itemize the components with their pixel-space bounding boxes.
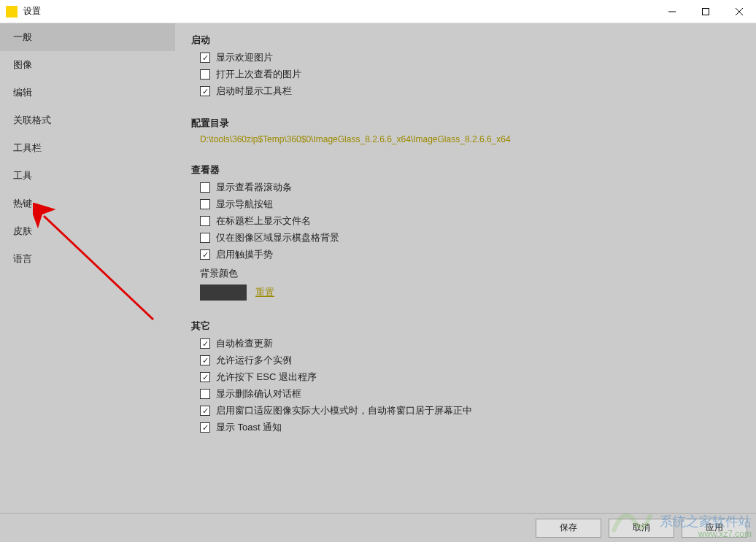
viewer-row-3: 仅在图像区域显示棋盘格背景 xyxy=(200,231,740,244)
startup-checkbox-2[interactable] xyxy=(200,86,210,96)
bg-color-swatch[interactable] xyxy=(200,284,247,301)
sidebar-item-1[interactable]: 图像 xyxy=(0,51,175,79)
viewer-checkbox-0[interactable] xyxy=(200,182,210,193)
group-configdir: 配置目录 D:\tools\360zip$Temp\360$0\ImageGla… xyxy=(191,117,740,144)
others-row-0: 自动检查更新 xyxy=(200,337,740,350)
startup-row-0: 显示欢迎图片 xyxy=(200,51,740,64)
sidebar-item-4[interactable]: 工具栏 xyxy=(0,134,175,162)
viewer-label-3: 仅在图像区域显示棋盘格背景 xyxy=(216,231,339,244)
sidebar: 一般图像编辑关联格式工具栏工具热键皮肤语言 xyxy=(0,23,175,513)
others-row-1: 允许运行多个实例 xyxy=(200,354,740,367)
others-label-4: 启用窗口适应图像实际大小模式时，自动将窗口居于屏幕正中 xyxy=(216,404,472,417)
window-title: 设置 xyxy=(23,5,655,18)
others-row-5: 显示 Toast 通知 xyxy=(200,421,740,434)
viewer-row-0: 显示查看器滚动条 xyxy=(200,181,740,194)
sidebar-item-7[interactable]: 皮肤 xyxy=(0,217,175,245)
others-checkbox-3[interactable] xyxy=(200,389,210,399)
bg-color-label: 背景颜色 xyxy=(200,267,740,280)
config-path[interactable]: D:\tools\360zip$Temp\360$0\ImageGlass_8.… xyxy=(200,134,740,144)
sidebar-item-2[interactable]: 编辑 xyxy=(0,79,175,107)
others-checkbox-4[interactable] xyxy=(200,406,210,416)
content-panel: 启动 显示欢迎图片打开上次查看的图片启动时显示工具栏 配置目录 D:\tools… xyxy=(175,23,756,513)
viewer-checkbox-3[interactable] xyxy=(200,233,210,243)
footer: 保存 取消 应用 xyxy=(0,513,756,542)
startup-row-1: 打开上次查看的图片 xyxy=(200,68,740,81)
maximize-button[interactable] xyxy=(689,0,722,23)
sidebar-item-3[interactable]: 关联格式 xyxy=(0,107,175,134)
group-title-others: 其它 xyxy=(191,320,740,333)
others-row-4: 启用窗口适应图像实际大小模式时，自动将窗口居于屏幕正中 xyxy=(200,404,740,417)
sidebar-item-5[interactable]: 工具 xyxy=(0,162,175,190)
reset-link[interactable]: 重置 xyxy=(255,286,274,299)
sidebar-item-0[interactable]: 一般 xyxy=(0,23,175,51)
others-row-3: 显示删除确认对话框 xyxy=(200,387,740,400)
viewer-checkbox-4[interactable] xyxy=(200,249,210,260)
viewer-row-4: 启用触摸手势 xyxy=(200,248,740,261)
others-checkbox-2[interactable] xyxy=(200,372,210,382)
group-title-startup: 启动 xyxy=(191,34,740,47)
window-controls xyxy=(655,0,756,23)
group-title-viewer: 查看器 xyxy=(191,163,740,177)
startup-row-2: 启动时显示工具栏 xyxy=(200,85,740,98)
group-viewer: 查看器 显示查看器滚动条显示导航按钮在标题栏上显示文件名仅在图像区域显示棋盘格背… xyxy=(191,163,740,301)
viewer-row-2: 在标题栏上显示文件名 xyxy=(200,214,740,228)
cancel-button[interactable]: 取消 xyxy=(609,519,674,538)
viewer-label-1: 显示导航按钮 xyxy=(216,198,273,211)
viewer-label-2: 在标题栏上显示文件名 xyxy=(216,214,311,228)
viewer-label-4: 启用触摸手势 xyxy=(216,248,273,261)
sidebar-item-8[interactable]: 语言 xyxy=(0,245,175,273)
viewer-checkbox-1[interactable] xyxy=(200,199,210,209)
others-checkbox-5[interactable] xyxy=(200,422,210,433)
sidebar-item-6[interactable]: 热键 xyxy=(0,190,175,217)
startup-checkbox-0[interactable] xyxy=(200,53,210,63)
others-label-3: 显示删除确认对话框 xyxy=(216,387,301,400)
others-checkbox-0[interactable] xyxy=(200,338,210,349)
titlebar: 设置 xyxy=(0,0,756,23)
settings-window: 设置 一般图像编辑关联格式工具栏工具热键皮肤语言 启动 显示欢迎图片打开上次查看… xyxy=(0,0,756,542)
svg-rect-1 xyxy=(703,8,709,15)
minimize-button[interactable] xyxy=(655,0,689,23)
others-row-2: 允许按下 ESC 退出程序 xyxy=(200,371,740,384)
startup-label-0: 显示欢迎图片 xyxy=(216,51,273,64)
viewer-checkbox-2[interactable] xyxy=(200,216,210,226)
startup-checkbox-1[interactable] xyxy=(200,69,210,80)
others-label-1: 允许运行多个实例 xyxy=(216,354,292,367)
apply-button[interactable]: 应用 xyxy=(682,519,747,538)
app-icon xyxy=(6,6,18,18)
others-checkbox-1[interactable] xyxy=(200,355,210,365)
startup-label-2: 启动时显示工具栏 xyxy=(216,85,292,98)
save-button[interactable]: 保存 xyxy=(536,519,601,538)
others-label-0: 自动检查更新 xyxy=(216,337,273,350)
viewer-label-0: 显示查看器滚动条 xyxy=(216,181,292,194)
group-title-configdir: 配置目录 xyxy=(191,117,740,130)
others-label-5: 显示 Toast 通知 xyxy=(216,421,282,434)
startup-label-1: 打开上次查看的图片 xyxy=(216,68,301,81)
body: 一般图像编辑关联格式工具栏工具热键皮肤语言 启动 显示欢迎图片打开上次查看的图片… xyxy=(0,23,756,513)
viewer-row-1: 显示导航按钮 xyxy=(200,198,740,211)
close-button[interactable] xyxy=(722,0,756,23)
bg-color-row: 重置 xyxy=(200,284,740,301)
group-others: 其它 自动检查更新允许运行多个实例允许按下 ESC 退出程序显示删除确认对话框启… xyxy=(191,320,740,434)
group-startup: 启动 显示欢迎图片打开上次查看的图片启动时显示工具栏 xyxy=(191,34,740,98)
others-label-2: 允许按下 ESC 退出程序 xyxy=(216,371,317,384)
